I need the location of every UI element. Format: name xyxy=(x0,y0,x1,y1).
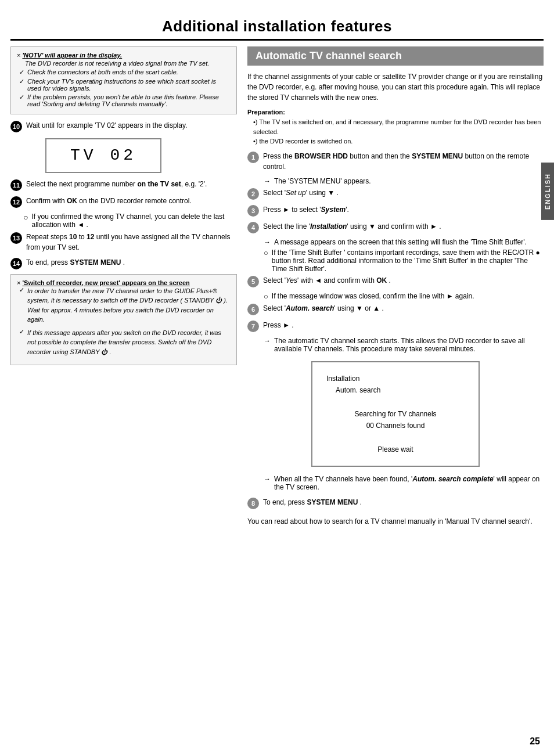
r-step-7-num: 7 xyxy=(247,321,259,332)
prep-item-2: •) the DVD recorder is switched on. xyxy=(253,136,544,146)
step-14-text: To end, press SYSTEM MENU . xyxy=(26,257,237,268)
screen-line-1: Installation xyxy=(326,373,465,384)
right-column: Automatic TV channel search If the chann… xyxy=(247,46,544,532)
check-item-3: ✓ If the problem persists, you won't be … xyxy=(19,93,231,107)
r-step-6-num: 6 xyxy=(247,304,259,315)
warning-asterisk: × 'Switch off recorder, new preset' appe… xyxy=(17,279,231,286)
r-step-8-num: 8 xyxy=(247,498,259,509)
warning-item-2: ✓ If this message appears after you swit… xyxy=(19,328,231,359)
r-step-2-num: 2 xyxy=(247,188,259,200)
r-step-4-sub-text: If the 'Time Shift Buffer ' contains imp… xyxy=(272,249,544,273)
display-box: TV 02 xyxy=(45,138,161,173)
step-14: 14 To end, press SYSTEM MENU . xyxy=(10,257,237,269)
after-screen-text: → When all the TV channels have been fou… xyxy=(264,475,544,491)
check-item-2: ✓ Check your TV's operating instructions… xyxy=(19,78,231,92)
r-step-8: 8 To end, press SYSTEM MENU . xyxy=(247,497,544,509)
screen-line-5: Please wait xyxy=(326,444,465,455)
step-10-number: 10 xyxy=(10,121,22,132)
note-box-title: × 'NOTV' will appear in the display. xyxy=(17,52,122,59)
preparation-block: Preparation: •) The TV set is switched o… xyxy=(247,109,544,146)
r-step-6: 6 Select 'Autom. search' using ▼ or ▲ . xyxy=(247,303,544,315)
english-tab: ENGLISH xyxy=(541,163,554,220)
screen-box: Installation Autom. search Searching for… xyxy=(311,361,480,467)
arrow-icon-1: → xyxy=(264,177,271,185)
screen-line-4: 00 Channels found xyxy=(326,420,465,431)
left-column: × 'NOTV' will appear in the display. The… xyxy=(10,46,237,532)
step-11-text: Select the next programme number on the … xyxy=(26,179,237,189)
step-12-sub-bullet: ○ xyxy=(23,213,28,222)
step-12-sub-text: If you confirmed the wrong TV channel, y… xyxy=(31,213,237,229)
note-box-text: The DVD recorder is not receiving a vide… xyxy=(25,59,231,69)
screen-line-2: Autom. search xyxy=(336,384,465,396)
after-screen-content: When all the TV channels have been found… xyxy=(274,475,544,491)
prep-label: Preparation: xyxy=(247,109,544,116)
r-step-5-sub: ○ If the message window was closed, conf… xyxy=(264,292,544,301)
r-step-5-sub-bullet: ○ xyxy=(264,292,268,301)
r-step-7-text: Press ► . xyxy=(263,320,544,331)
r-step-5-sub-text: If the message window was closed, confir… xyxy=(272,292,474,300)
warning-check-2: ✓ xyxy=(19,328,24,336)
check-item-1: ✓ Check the connectors at both ends of t… xyxy=(19,69,231,76)
step-11-number: 11 xyxy=(10,179,22,191)
section-header: Automatic TV channel search xyxy=(247,46,544,66)
r-step-2: 2 Select 'Set up' using ▼ . xyxy=(247,188,544,200)
step-13-text: Repeat steps 10 to 12 until you have ass… xyxy=(26,232,237,253)
step-12-sub: ○ If you confirmed the wrong TV channel,… xyxy=(23,213,237,229)
r-step-2-text: Select 'Set up' using ▼ . xyxy=(263,188,544,199)
title-rule xyxy=(10,39,544,41)
check-mark-2: ✓ xyxy=(19,78,24,85)
step-10: 10 Wait until for example 'TV 02' appear… xyxy=(10,120,237,132)
r-step-7: 7 Press ► . xyxy=(247,320,544,332)
arrow-icon-7: → xyxy=(264,337,271,345)
prep-item-1: •) The TV set is switched on, and if nec… xyxy=(253,117,544,136)
page-title: Additional installation features xyxy=(0,12,554,39)
r-step-1-text: Press the BROWSER HDD button and then th… xyxy=(263,151,544,172)
page-number: 25 xyxy=(530,736,540,747)
r-step-3: 3 Press ► to select 'System'. xyxy=(247,204,544,217)
display-text: TV 02 xyxy=(70,146,136,164)
right-footer: You can read about how to search for a T… xyxy=(247,516,544,527)
r-step-5-num: 5 xyxy=(247,276,259,287)
step-14-number: 14 xyxy=(10,258,22,269)
r-step-4-num: 4 xyxy=(247,222,259,233)
r-step-3-num: 3 xyxy=(247,205,259,217)
step-12-number: 12 xyxy=(10,196,22,208)
r-step-3-text: Press ► to select 'System'. xyxy=(263,204,544,215)
step-12-text: Confirm with OK on the DVD recorder remo… xyxy=(26,196,237,206)
step-13: 13 Repeat steps 10 to 12 until you have … xyxy=(10,232,237,253)
check-mark-1: ✓ xyxy=(19,69,24,76)
r-step-4-sub: ○ If the 'Time Shift Buffer ' contains i… xyxy=(264,249,544,273)
r-step-6-text: Select 'Autom. search' using ▼ or ▲ . xyxy=(263,303,544,314)
r-step-1: 1 Press the BROWSER HDD button and then … xyxy=(247,151,544,172)
r-step-1-arrow-text: The 'SYSTEM MENU' appears. xyxy=(274,177,371,185)
r-step-8-text: To end, press SYSTEM MENU . xyxy=(263,497,544,508)
r-step-4-sub-bullet: ○ xyxy=(264,249,268,257)
r-step-4-text: Select the line 'Installation' using ▼ a… xyxy=(263,221,544,232)
check-mark-3: ✓ xyxy=(19,93,24,101)
step-13-number: 13 xyxy=(10,232,22,244)
r-step-1-arrow: → The 'SYSTEM MENU' appears. xyxy=(264,177,544,185)
right-intro: If the channel assignments of your cable… xyxy=(247,71,544,103)
warning-item-1: ✓ In order to transfer the new TV channe… xyxy=(19,286,231,326)
step-12: 12 Confirm with OK on the DVD recorder r… xyxy=(10,196,237,208)
r-step-1-num: 1 xyxy=(247,152,259,163)
r-step-4-arrow: → A message appears on the screen that t… xyxy=(264,238,544,246)
step-10-text: Wait until for example 'TV 02' appears i… xyxy=(26,120,237,131)
note-box: × 'NOTV' will appear in the display. The… xyxy=(10,46,237,114)
warning-check-1: ✓ xyxy=(19,286,24,294)
arrow-icon-after: → xyxy=(264,475,271,483)
step-11: 11 Select the next programme number on t… xyxy=(10,179,237,191)
arrow-icon-4: → xyxy=(264,238,271,246)
r-step-7-arrow-text: The automatic TV channel search starts. … xyxy=(274,337,544,353)
r-step-4: 4 Select the line 'Installation' using ▼… xyxy=(247,221,544,233)
r-step-5: 5 Select 'Yes' with ◄ and confirm with O… xyxy=(247,275,544,287)
r-step-5-text: Select 'Yes' with ◄ and confirm with OK … xyxy=(263,275,544,286)
screen-line-3: Searching for TV channels xyxy=(326,408,465,420)
warning-box: × 'Switch off recorder, new preset' appe… xyxy=(10,274,237,366)
r-step-4-arrow-text: A message appears on the screen that thi… xyxy=(274,238,527,246)
page-container: Additional installation features × 'NOTV… xyxy=(0,0,554,756)
content-area: × 'NOTV' will appear in the display. The… xyxy=(0,46,554,532)
r-step-7-arrow: → The automatic TV channel search starts… xyxy=(264,337,544,353)
